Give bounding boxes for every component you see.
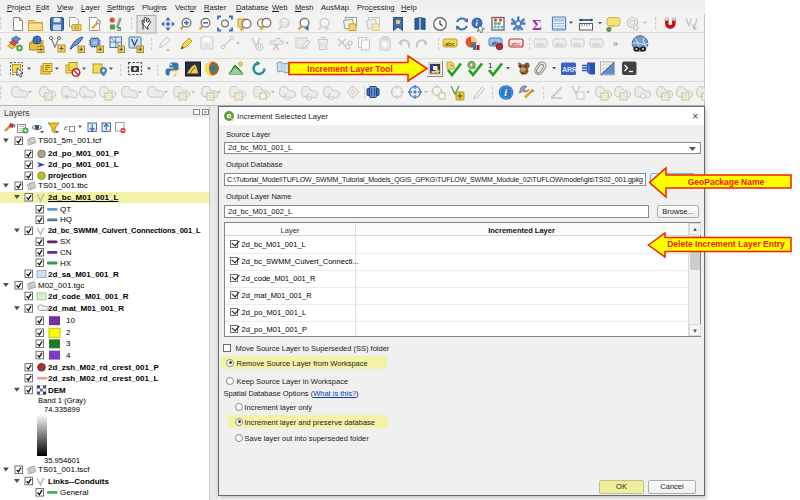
svg-text:Delete Increment Layer Entry: Delete Increment Layer Entry bbox=[667, 239, 785, 249]
svg-text:ARR: ARR bbox=[562, 66, 577, 73]
svg-text:GeoPackage Name: GeoPackage Name bbox=[688, 177, 765, 187]
svg-text:Σ: Σ bbox=[532, 17, 542, 33]
svg-text:i: i bbox=[504, 87, 507, 98]
svg-text:1: 1 bbox=[488, 61, 493, 70]
svg-text:a: a bbox=[117, 25, 121, 32]
svg-text:abc: abc bbox=[511, 41, 521, 47]
svg-text:1:1: 1:1 bbox=[282, 21, 289, 26]
svg-text:abc: abc bbox=[445, 41, 455, 47]
svg-text:»: » bbox=[613, 39, 618, 49]
svg-text:Increment Layer Tool: Increment Layer Tool bbox=[307, 64, 392, 74]
